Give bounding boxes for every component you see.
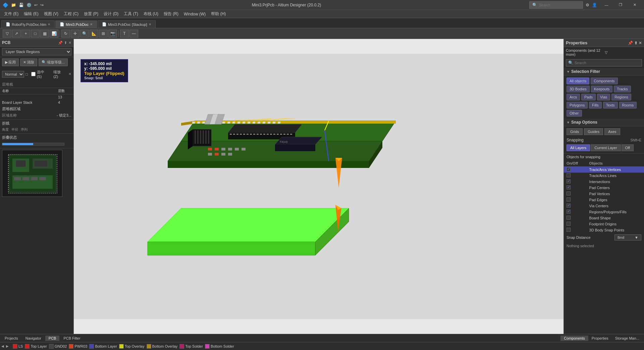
- menu-item[interactable]: 放置 (P): [81, 10, 101, 17]
- menu-item[interactable]: 报告 (R): [161, 10, 181, 17]
- guides-button[interactable]: Guides: [584, 128, 603, 135]
- route-btn[interactable]: ↗: [12, 30, 21, 38]
- snap-mode-off[interactable]: Off: [622, 144, 634, 151]
- menu-item[interactable]: 设计 (D): [101, 10, 121, 17]
- snap-checkbox-cell[interactable]: [564, 191, 587, 197]
- filter-button-tracks[interactable]: Tracks: [614, 86, 631, 92]
- layer-bar-item[interactable]: LS: [13, 344, 23, 349]
- snap-options-header[interactable]: ▼ Snap Options: [564, 119, 644, 126]
- undo-icon[interactable]: ↩: [34, 3, 38, 7]
- panel-close-icon[interactable]: ✕: [68, 41, 71, 45]
- menu-item[interactable]: 视图 (V): [41, 10, 61, 17]
- plus-btn[interactable]: +: [21, 30, 30, 38]
- snap-mode-current-layer[interactable]: Current Layer: [591, 144, 621, 151]
- title-search-input[interactable]: [539, 3, 580, 7]
- layer-bar-item[interactable]: Bottom Solder: [205, 344, 234, 349]
- snap-checkbox-cell[interactable]: [564, 197, 587, 203]
- clear-icon[interactable]: ✕: [68, 72, 71, 76]
- snap-checkbox-1[interactable]: [567, 173, 571, 177]
- filter-button-arcs[interactable]: Arcs: [567, 94, 580, 100]
- minimize-button[interactable]: —: [600, 0, 613, 10]
- snap-object-row[interactable]: Intersections: [564, 179, 644, 185]
- snap-checkbox-8[interactable]: [567, 216, 571, 220]
- filter-button-polygons[interactable]: Polygons: [567, 102, 588, 108]
- snap-checkbox-5[interactable]: [567, 198, 571, 202]
- filter-btn[interactable]: ▽: [3, 30, 11, 38]
- menu-item[interactable]: 布线 (U): [141, 10, 161, 17]
- filter-button-all-objects[interactable]: All objects: [567, 78, 589, 84]
- snap-object-row[interactable]: Pad Centers: [564, 185, 644, 191]
- title-search-box[interactable]: 🔍: [529, 1, 583, 9]
- close-button[interactable]: ✕: [628, 0, 641, 10]
- tab-item[interactable]: 📄Mini3.PcbDoc✕: [55, 20, 97, 28]
- filter-button-fills[interactable]: Fills: [589, 102, 602, 108]
- snap-checkbox-6[interactable]: [567, 204, 571, 208]
- layer-bar-item[interactable]: Top Layer: [25, 344, 47, 349]
- layer-bar-item[interactable]: PWR03: [69, 344, 87, 349]
- layer-row[interactable]: 13: [0, 94, 73, 100]
- snap-object-row[interactable]: Track/Arcs Vertices: [564, 167, 644, 173]
- filter-button-rooms[interactable]: Rooms: [619, 102, 637, 108]
- filter-button-texts[interactable]: Texts: [603, 102, 618, 108]
- measure-btn[interactable]: 📐: [90, 30, 98, 38]
- filter-button-regions[interactable]: Regions: [611, 94, 631, 100]
- maximize-button[interactable]: ❐: [614, 0, 627, 10]
- grids-button[interactable]: Grids: [567, 128, 583, 135]
- menu-item[interactable]: 工程 (C): [61, 10, 81, 17]
- user-icon[interactable]: 👤: [592, 3, 597, 7]
- snap-checkbox-4[interactable]: [567, 191, 571, 195]
- zoom-checkbox[interactable]: 缩放 (Z): [51, 69, 67, 79]
- right-bottom-tab[interactable]: Components: [560, 336, 588, 341]
- menu-item[interactable]: 文件 (E): [1, 10, 21, 17]
- snap-object-row[interactable]: Regions/Polygons/Fills: [564, 209, 644, 215]
- layer-bar-item[interactable]: Top Overlay: [119, 344, 145, 349]
- snap-checkbox-cell[interactable]: [564, 215, 587, 221]
- redo-icon[interactable]: ↪: [40, 3, 44, 7]
- right-close-icon[interactable]: ✕: [639, 41, 642, 45]
- filter-button-components[interactable]: Components: [591, 78, 618, 84]
- layer-bar-item[interactable]: Bottom Overlay: [147, 344, 178, 349]
- properties-search[interactable]: 🔍: [566, 59, 642, 67]
- filter-button-vias[interactable]: Vias: [597, 94, 610, 100]
- snap-checkbox-cell[interactable]: [564, 167, 587, 173]
- snap-object-row[interactable]: Pad Edges: [564, 197, 644, 203]
- chart-btn[interactable]: ▦: [40, 30, 49, 38]
- zoom-level-button[interactable]: 🔍 缩放等级...: [39, 58, 68, 66]
- snap-dist-dropdown-icon[interactable]: ▼: [635, 235, 638, 239]
- layer-stack-dropdown[interactable]: Layer Stack Regions: [2, 48, 71, 55]
- apply-button[interactable]: ▶ 应用: [2, 58, 19, 66]
- tab-item[interactable]: 📄Mini3.PcbDoc [Stackup]✕: [98, 20, 156, 28]
- bottom-tab-pcb[interactable]: PCB: [45, 336, 60, 341]
- tab-close-icon[interactable]: ✕: [149, 23, 151, 26]
- layer-row[interactable]: Board Layer Stack4: [0, 100, 73, 105]
- snap-checkbox-7[interactable]: [567, 210, 571, 214]
- layer-bar-nav-right[interactable]: ▶: [6, 344, 9, 348]
- layer-bar-item[interactable]: Top Solder: [179, 344, 203, 349]
- text-btn[interactable]: T: [120, 30, 129, 38]
- tab-close-icon[interactable]: ✕: [90, 23, 93, 26]
- menu-item[interactable]: 帮助 (H): [208, 10, 228, 17]
- rotate-btn[interactable]: ↻: [61, 30, 70, 38]
- snap-checkbox-9[interactable]: [567, 222, 571, 226]
- settings-icon[interactable]: ⚙: [586, 3, 589, 7]
- bottom-tab-pcb-filter[interactable]: PCB Filter: [60, 336, 84, 341]
- rect-btn[interactable]: □: [31, 30, 40, 38]
- snap-object-row[interactable]: 3D Body Snap Points: [564, 227, 644, 233]
- snap-object-row[interactable]: Pad Vertices: [564, 191, 644, 197]
- snap-checkbox-10[interactable]: [567, 228, 571, 232]
- filter-icon[interactable]: ▽: [605, 50, 642, 55]
- props-search-input[interactable]: [575, 61, 640, 65]
- menu-item[interactable]: 工具 (T): [121, 10, 141, 17]
- snap-checkbox-cell[interactable]: [564, 179, 587, 185]
- snap-object-row[interactable]: Footprint Origins: [564, 221, 644, 227]
- clear-button[interactable]: ✕ 清除: [20, 58, 37, 66]
- snap-distance-value[interactable]: 8mil ▼: [614, 234, 641, 240]
- snap-mode-all-layers[interactable]: All Layers: [567, 144, 590, 151]
- bottom-tab-projects[interactable]: Projects: [1, 336, 21, 341]
- bottom-tab-navigator[interactable]: Navigator: [22, 336, 45, 341]
- selection-filter-header[interactable]: ▼ Selection Filter: [564, 68, 644, 76]
- canvas-area[interactable]: F4(x4) x: -34: [74, 39, 564, 334]
- filter-button-3d-bodies[interactable]: 3D Bodies: [567, 86, 590, 92]
- zoom-btn[interactable]: 🔍: [80, 30, 89, 38]
- layer-bar-item[interactable]: GND02: [49, 344, 67, 349]
